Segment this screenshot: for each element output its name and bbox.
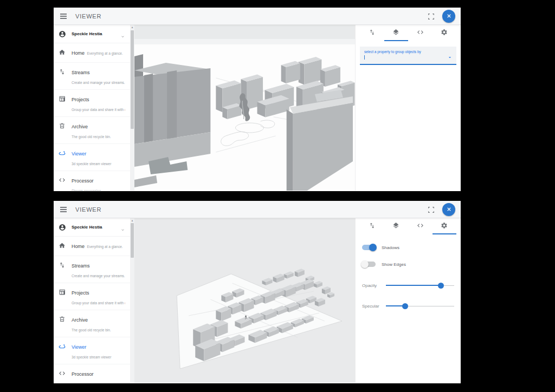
sidebar-item-viewer[interactable]: Viewer 3d speckle stream viewer <box>54 337 130 364</box>
sidebar-item-home[interactable]: Home Everything at a glance. <box>54 237 130 256</box>
sidebar-item-sublabel: The good old recycle bin. <box>72 328 111 332</box>
sidebar-item-projects[interactable]: Projects Group your data and share it wi… <box>54 283 130 310</box>
tab-settings[interactable] <box>433 221 456 233</box>
sidebar-item-processor[interactable]: Processor Stream processing <box>54 171 130 191</box>
home-icon <box>59 48 66 55</box>
account-circle-icon <box>59 224 66 231</box>
tab-code[interactable] <box>408 221 432 233</box>
sidebar-item-label: Archive <box>72 317 88 323</box>
opacity-slider[interactable] <box>386 282 454 289</box>
city-scene-perspective <box>134 25 355 191</box>
scrollbar-up-arrow[interactable]: ▲ <box>130 25 134 29</box>
topbar: VIEWER <box>54 201 461 218</box>
text-cursor <box>364 55 365 60</box>
right-panel-tabs <box>356 218 461 233</box>
show-edges-toggle[interactable] <box>362 262 376 267</box>
viewer-canvas-3d[interactable] <box>134 218 355 383</box>
app-title: VIEWER <box>75 206 101 213</box>
fullscreen-icon[interactable] <box>428 12 435 19</box>
home-icon <box>59 241 66 249</box>
scrollbar-thumb[interactable] <box>131 223 134 258</box>
viewer-icon <box>59 149 66 156</box>
code-icon <box>417 28 424 38</box>
gear-icon <box>441 28 448 38</box>
processor-icon <box>59 176 66 183</box>
archive-icon <box>59 122 66 129</box>
right-panel: select a property to group objects by <box>355 25 461 191</box>
sidebar-item-streams[interactable]: Streams Create and manage your streams. <box>54 62 130 89</box>
sidebar-item-sublabel: The good old recycle bin. <box>72 135 111 139</box>
sidebar-item-sublabel: 3d speckle stream viewer <box>72 355 111 359</box>
sidebar-item-label: Streams <box>72 70 90 75</box>
sidebar-item-processor[interactable]: Processor Stream processing <box>54 364 130 383</box>
projects-icon <box>59 95 66 102</box>
sidebar-item-sublabel: Group your data and share it with o... <box>72 301 125 305</box>
specular-slider[interactable] <box>386 303 454 310</box>
sidebar-item-home[interactable]: Home Everything at a glance. <box>54 43 130 62</box>
swap-vert-icon <box>369 28 376 38</box>
viewer-window-bottom: VIEWER Speckle Hestia <box>54 201 461 383</box>
tab-settings[interactable] <box>433 28 456 40</box>
tab-sort[interactable] <box>360 221 384 233</box>
account-selector[interactable]: Speckle Hestia <box>54 218 130 237</box>
group-by-select[interactable]: select a property to group objects by <box>360 47 456 65</box>
archive-icon <box>59 315 66 322</box>
sidebar-item-streams[interactable]: Streams Create and manage your streams. <box>54 256 130 283</box>
tab-layers[interactable] <box>384 221 408 233</box>
opacity-slider-thumb[interactable] <box>438 283 444 289</box>
streams-icon <box>59 68 66 75</box>
swap-vert-icon <box>369 221 376 231</box>
processor-icon <box>59 369 66 376</box>
desktop-background: VIEWER Speckle Hestia <box>0 0 555 392</box>
sidebar-item-label: Streams <box>72 263 90 269</box>
sidebar-nav: Home Everything at a glance. Streams Cre… <box>54 43 130 191</box>
opacity-label: Opacity <box>362 283 382 288</box>
sidebar-item-sublabel: Stream processing <box>72 382 101 383</box>
account-name: Speckle Hestia <box>72 31 115 36</box>
sidebar-scrollbar[interactable]: ▲ <box>130 25 134 191</box>
topbar: VIEWER <box>54 8 461 25</box>
right-panel-tabs <box>356 25 461 40</box>
sidebar-item-label: Home <box>72 244 85 249</box>
hamburger-icon[interactable] <box>59 205 68 214</box>
scrollbar-up-arrow[interactable]: ▲ <box>130 218 134 223</box>
shadows-toggle[interactable] <box>362 245 376 250</box>
scrollbar-thumb[interactable] <box>131 30 134 129</box>
sidebar-item-sublabel: Group your data and share it with o... <box>72 108 125 112</box>
chevron-down-icon <box>120 225 125 230</box>
sidebar-item-sublabel: Everything at a glance. <box>87 51 122 55</box>
hamburger-icon[interactable] <box>59 12 68 21</box>
sidebar-item-label: Projects <box>72 290 89 296</box>
sidebar-item-label: Archive <box>72 124 88 129</box>
sidebar-item-sublabel: Stream processing <box>72 189 101 191</box>
chevron-down-icon <box>120 31 125 36</box>
tab-layers[interactable] <box>384 28 408 40</box>
app-title: VIEWER <box>75 13 101 19</box>
tab-code[interactable] <box>408 28 432 40</box>
sidebar-item-viewer[interactable]: Viewer 3d speckle stream viewer <box>54 143 130 171</box>
group-by-select-label: select a property to group objects by <box>364 50 452 54</box>
sidebar-item-projects[interactable]: Projects Group your data and share it wi… <box>54 89 130 116</box>
sidebar-item-label: Viewer <box>72 344 86 350</box>
close-button[interactable] <box>442 10 455 23</box>
close-button[interactable] <box>442 203 455 216</box>
viewer-canvas-3d[interactable] <box>134 25 355 191</box>
code-icon <box>417 221 424 231</box>
sidebar-item-archive[interactable]: Archive The good old recycle bin. <box>54 310 130 337</box>
sidebar-item-label: Processor <box>72 371 94 377</box>
dropdown-caret-icon <box>447 53 453 58</box>
account-selector[interactable]: Speckle Hestia <box>54 25 130 43</box>
fullscreen-icon[interactable] <box>428 206 435 213</box>
show-edges-label: Show Edges <box>382 262 406 267</box>
tab-sort[interactable] <box>360 28 384 40</box>
sidebar-scrollbar[interactable]: ▲ <box>130 218 134 383</box>
settings-panel: Shadows Show Edges Opacity Specular <box>356 233 461 310</box>
show-edges-row: Show Edges <box>362 260 454 269</box>
account-circle-icon <box>59 30 66 38</box>
specular-slider-thumb[interactable] <box>402 303 408 309</box>
sidebar-item-archive[interactable]: Archive The good old recycle bin. <box>54 116 130 143</box>
sidebar: Speckle Hestia Home Everything at a glan… <box>54 218 130 383</box>
sidebar-item-sublabel: Everything at a glance. <box>87 245 122 249</box>
sidebar-item-label: Home <box>72 50 85 56</box>
sidebar: Speckle Hestia Home Everything at a glan… <box>54 25 130 191</box>
